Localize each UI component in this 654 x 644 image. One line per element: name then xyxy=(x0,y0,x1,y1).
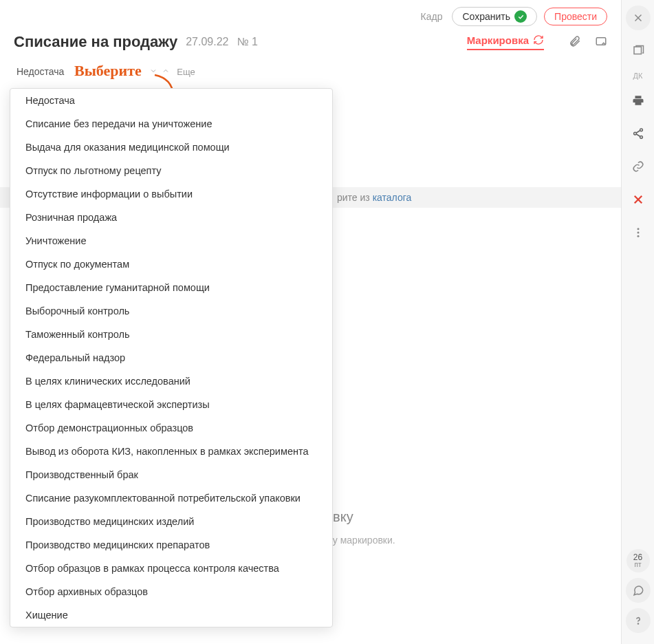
reason-option[interactable]: Списание разукомплектованной потребитель… xyxy=(10,486,332,510)
dk-label: ДК xyxy=(633,72,643,80)
reason-option[interactable]: Федеральный надзор xyxy=(10,346,332,369)
svg-point-12 xyxy=(637,232,639,234)
share-icon[interactable] xyxy=(626,121,651,146)
chevron-up-icon[interactable] xyxy=(162,66,170,77)
reason-option[interactable]: Предоставление гуманитарной помощи xyxy=(10,276,332,299)
svg-point-13 xyxy=(637,235,639,237)
right-rail: ДК 26 пт xyxy=(621,0,654,644)
reason-dropdown[interactable]: НедостачаСписание без передачи на уничто… xyxy=(10,88,333,627)
process-button-label: Провести xyxy=(554,11,597,22)
save-button[interactable]: Сохранить xyxy=(452,7,537,26)
reason-option[interactable]: Производство медицинских изделий xyxy=(10,510,332,533)
reason-option[interactable]: Вывод из оборота КИЗ, накопленных в рамк… xyxy=(10,440,332,463)
reason-option[interactable]: Производственный брак xyxy=(10,463,332,486)
reason-option[interactable]: Недостача xyxy=(10,89,332,112)
save-button-label: Сохранить xyxy=(462,11,510,22)
kebab-menu-icon[interactable] xyxy=(626,220,651,245)
reason-option[interactable]: Отпуск по льготному рецепту xyxy=(10,159,332,182)
reason-option[interactable]: Уничтожение xyxy=(10,229,332,253)
reason-option[interactable]: Отбор архивных образцов xyxy=(10,580,332,603)
tab-marking[interactable]: Маркировка xyxy=(467,34,544,50)
reason-option[interactable]: В целях фармацевтической экспертизы xyxy=(10,393,332,416)
refresh-icon xyxy=(533,34,544,45)
reason-option[interactable]: Розничная продажа xyxy=(10,206,332,229)
svg-rect-3 xyxy=(634,47,642,54)
close-button[interactable] xyxy=(626,6,651,30)
chat-icon[interactable] xyxy=(626,578,651,603)
delete-icon[interactable] xyxy=(626,187,651,212)
reason-option[interactable]: Выдача для оказания медицинской помощи xyxy=(10,136,332,159)
print-icon[interactable] xyxy=(626,88,651,113)
check-icon xyxy=(514,10,527,23)
reason-selected[interactable]: Недостача xyxy=(17,66,64,77)
window-icon[interactable] xyxy=(626,39,651,63)
catalog-link[interactable]: каталога xyxy=(373,192,412,203)
svg-point-14 xyxy=(637,623,638,624)
reason-option[interactable]: Отбор образцов в рамках процесса контрол… xyxy=(10,557,332,580)
svg-line-7 xyxy=(636,131,640,133)
tab-marking-label: Маркировка xyxy=(467,34,529,46)
page-title: Списание на продажу xyxy=(14,33,177,51)
svg-point-11 xyxy=(637,228,639,230)
svg-line-8 xyxy=(636,134,640,137)
process-button[interactable]: Провести xyxy=(544,8,607,25)
help-icon[interactable] xyxy=(626,608,651,633)
attachment-icon[interactable] xyxy=(569,35,581,50)
reason-option[interactable]: Хищение xyxy=(10,603,332,627)
link-icon[interactable] xyxy=(626,154,651,179)
reason-option[interactable]: Выборочный контроль xyxy=(10,299,332,323)
frame-label: Кадр xyxy=(421,11,443,22)
more-link[interactable]: Еще xyxy=(177,67,195,77)
page-number: № 1 xyxy=(237,36,258,48)
page-date: 27.09.22 xyxy=(186,36,228,48)
note-edit-icon[interactable] xyxy=(595,35,607,50)
chevron-down-icon[interactable] xyxy=(149,66,157,77)
reason-option[interactable]: Таможенный контроль xyxy=(10,323,332,346)
reason-option[interactable]: Списание без передачи на уничтожение xyxy=(10,112,332,136)
reason-option[interactable]: В целях клинических исследований xyxy=(10,369,332,393)
reason-option[interactable]: Отсутствие информации о выбытии xyxy=(10,182,332,206)
reason-option[interactable]: Отпуск по документам xyxy=(10,253,332,276)
reason-option[interactable]: Отбор демонстрационных образцов xyxy=(10,416,332,440)
date-badge[interactable]: 26 пт xyxy=(626,549,650,572)
reason-option[interactable]: Производство медицинских препаратов xyxy=(10,533,332,557)
